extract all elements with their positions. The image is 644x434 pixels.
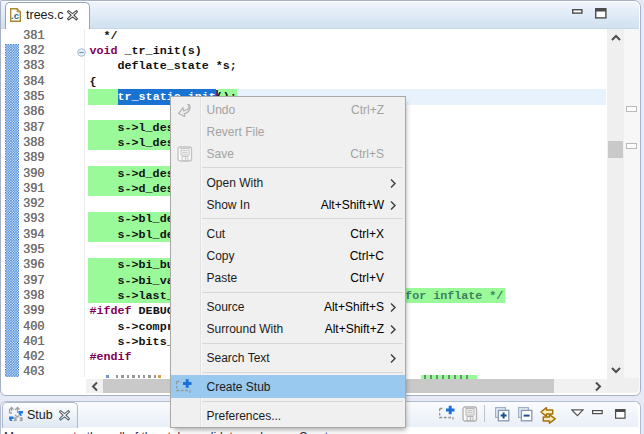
svg-text:.c: .c (11, 10, 19, 21)
